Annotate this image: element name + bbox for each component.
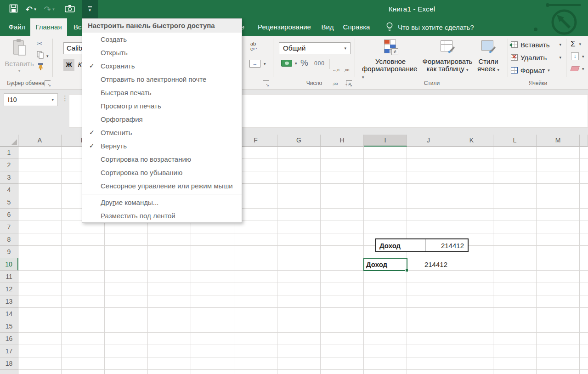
merge-center-button[interactable]: ↔ ▾ (249, 60, 266, 68)
column-header-h[interactable]: H (321, 135, 364, 147)
fill-handle[interactable] (405, 269, 408, 272)
merge-dropdown-icon[interactable]: ▾ (264, 62, 266, 66)
tab-file[interactable]: Файл (4, 18, 30, 36)
format-cells-dropdown-icon[interactable]: ▾ (548, 68, 550, 73)
row-header-1[interactable]: 1 (0, 147, 18, 159)
column-header-j[interactable]: J (407, 135, 450, 147)
menu-item-label: Сенсорное управление или режим мыши (101, 182, 233, 190)
name-box-dropdown-icon[interactable]: ▾ (51, 97, 54, 102)
name-box[interactable]: I10 ▾ (4, 93, 58, 106)
row-header-18[interactable]: 18 (0, 357, 18, 370)
number-format-combobox[interactable]: Общий ▾ (279, 42, 351, 54)
format-as-table-button[interactable]: Форматировать как таблицу ▾ (419, 39, 475, 74)
alignment-dialog-launcher[interactable]: ↘ (263, 80, 269, 86)
menu-item-more-commands[interactable]: Другие команды... (82, 196, 242, 209)
decrease-decimal-button[interactable]: ,00 →,0 (344, 59, 354, 96)
autosum-button[interactable]: Σ ▾ (571, 40, 581, 49)
accounting-format-button[interactable]: ▾ (281, 60, 297, 67)
fill-button[interactable]: ↓ ▾ (571, 52, 584, 60)
tell-me-search[interactable]: Что вы хотите сделать? (386, 18, 474, 36)
menu-item-sort-ascending[interactable]: Сортировка по возрастанию (82, 153, 242, 166)
row-header-6[interactable]: 6 (0, 209, 18, 221)
row-header-5[interactable]: 5 (0, 196, 18, 209)
fill-dropdown-icon[interactable]: ▾ (582, 54, 584, 59)
cut-button[interactable]: ✂ (37, 40, 43, 48)
delete-cells-dropdown-icon[interactable]: ▾ (559, 55, 561, 60)
formula-bar-grip-icon[interactable]: ⋮ (62, 94, 68, 102)
menu-item-open[interactable]: Открыть (82, 46, 242, 59)
menu-item-undo[interactable]: ✓Отменить (82, 126, 242, 139)
autosum-dropdown-icon[interactable]: ▾ (579, 42, 582, 46)
menu-item-sort-descending[interactable]: Сортировка по убыванию (82, 166, 242, 179)
row-header-4[interactable]: 4 (0, 184, 18, 196)
cell-j10[interactable]: 214412 (407, 258, 450, 271)
number-dialog-launcher[interactable]: ↘ (346, 80, 352, 86)
menu-item-email[interactable]: Отправить по электронной почте (82, 73, 242, 86)
column-header-l[interactable]: L (493, 135, 537, 147)
column-header-m[interactable]: M (537, 135, 580, 147)
row-header-17[interactable]: 17 (0, 345, 18, 357)
lightbulb-icon (386, 22, 393, 33)
row-header-3[interactable]: 3 (0, 171, 18, 184)
row-header-partial[interactable] (0, 370, 18, 374)
camera-snapshot-object[interactable]: Доход 214412 (375, 238, 469, 252)
active-cell-text: Доход (366, 261, 387, 268)
format-cells-button[interactable]: Формат ▾ (511, 65, 561, 75)
row-header-15[interactable]: 15 (0, 320, 18, 333)
row-header-9[interactable]: 9 (0, 246, 18, 258)
format-painter-button[interactable] (37, 62, 45, 73)
copy-button[interactable]: ▾ (37, 51, 49, 61)
menu-item-print-preview[interactable]: Просмотр и печать (82, 99, 242, 113)
select-all-button[interactable] (0, 135, 18, 147)
number-group-label: Число (276, 80, 353, 86)
bold-button[interactable]: Ж (63, 59, 74, 71)
copy-dropdown-icon[interactable]: ▾ (46, 54, 49, 58)
tab-view[interactable]: Вид (317, 18, 338, 36)
tab-review[interactable]: Рецензирование (252, 18, 317, 36)
row-header-12[interactable]: 12 (0, 283, 18, 295)
clipboard-dialog-launcher[interactable]: ↘ (45, 80, 51, 86)
percent-style-button[interactable]: % (300, 58, 308, 68)
row-header-8[interactable]: 8 (0, 233, 18, 246)
clear-button[interactable]: ▾ (571, 66, 584, 71)
paste-button[interactable]: Вставить ▾ (5, 39, 34, 78)
row-header-13[interactable]: 13 (0, 295, 18, 308)
active-cell-i10[interactable]: Доход (363, 258, 407, 271)
menu-item-show-below-ribbon[interactable]: Разместить под лентой (82, 209, 242, 222)
cell-styles-button[interactable]: Стили ячеек ▾ (473, 39, 503, 74)
row-header-11[interactable]: 11 (0, 271, 18, 283)
menu-item-new[interactable]: Создать (82, 33, 242, 46)
tab-help[interactable]: Справка (338, 18, 375, 36)
clear-dropdown-icon[interactable]: ▾ (582, 67, 584, 71)
column-header-k[interactable]: K (450, 135, 493, 147)
column-header-partial[interactable] (580, 135, 588, 147)
undo-dropdown-icon[interactable]: ▾ (34, 7, 36, 11)
insert-cells-dropdown-icon[interactable]: ▾ (559, 42, 561, 47)
menu-item-redo[interactable]: ✓Вернуть (82, 139, 242, 153)
delete-cells-button[interactable]: Удалить ▾ (511, 52, 561, 62)
tab-home[interactable]: Главная (30, 18, 67, 36)
comma-style-button[interactable]: 000 (314, 60, 325, 67)
row-header-14[interactable]: 14 (0, 308, 18, 320)
camera-button[interactable] (62, 0, 77, 18)
row-header-7[interactable]: 7 (0, 221, 18, 233)
column-header-i-selected[interactable]: I (364, 135, 407, 147)
insert-cells-button[interactable]: Вставить ▾ (511, 40, 561, 50)
customize-qat-button[interactable]: ▾ (82, 0, 98, 18)
menu-item-save[interactable]: ✓Сохранить (82, 59, 242, 73)
menu-item-spelling[interactable]: Орфография (82, 113, 242, 126)
row-header-10-selected[interactable]: 10 (0, 258, 18, 271)
row-header-16[interactable]: 16 (0, 333, 18, 345)
row-header-2[interactable]: 2 (0, 159, 18, 171)
conditional-formatting-button[interactable]: ≠ Условное форматирование ▾ (362, 39, 419, 81)
wrap-text-button[interactable]: ab c↩ (250, 41, 265, 51)
column-header-a[interactable]: A (18, 135, 62, 147)
increase-decimal-button[interactable]: ←,0 ,00 (333, 59, 343, 96)
redo-button[interactable]: ↷ ▾ (41, 0, 57, 18)
currency-dropdown-icon[interactable]: ▾ (295, 61, 297, 66)
menu-item-quick-print[interactable]: Быстрая печать (82, 86, 242, 99)
column-header-g[interactable]: G (277, 135, 321, 147)
menu-item-touch-mouse-mode[interactable]: Сенсорное управление или режим мыши (82, 179, 242, 193)
undo-button[interactable]: ↶ ▾ (23, 0, 39, 18)
save-button[interactable] (6, 0, 20, 18)
